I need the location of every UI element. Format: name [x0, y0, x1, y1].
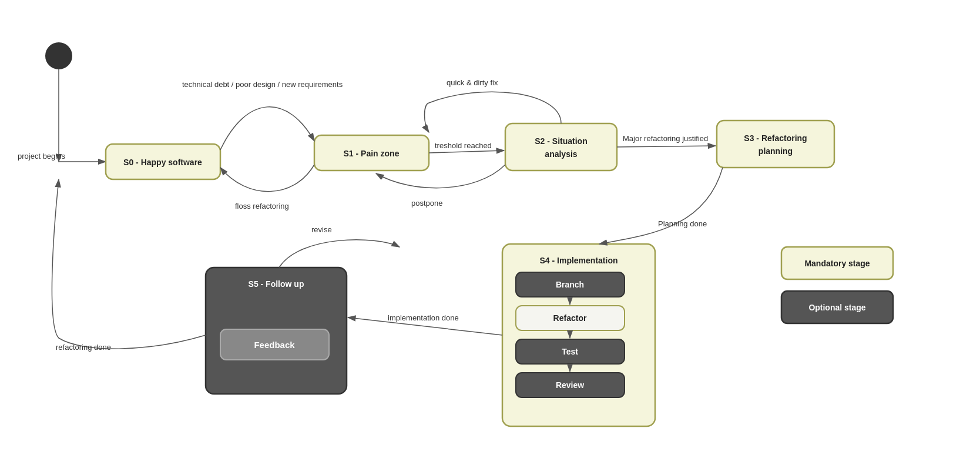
revise-label: revise	[311, 225, 332, 234]
s3-node-bg	[717, 121, 834, 168]
feedback-node-label: Feedback	[254, 340, 295, 350]
s3-to-s4-arrow	[599, 168, 723, 244]
revise-arrow	[279, 240, 400, 268]
legend-optional-label: Optional stage	[808, 303, 865, 312]
s2-to-s3-arrow	[617, 146, 716, 147]
legend-mandatory-label: Mandatory stage	[804, 259, 870, 268]
s4-node-bg	[502, 244, 655, 426]
s1-to-s2-arrow	[429, 151, 504, 153]
planning-done-label: Planning done	[658, 219, 707, 228]
impl-done-label: implementation done	[388, 313, 459, 322]
threshold-label: treshold reached	[435, 141, 492, 150]
s2-node-bg	[505, 123, 617, 171]
s4-node-label: S4 - Implementation	[539, 256, 617, 265]
tech-debt-label: technical debt / poor design / new requi…	[182, 80, 343, 89]
s2-node-label1: S2 - Situation	[535, 136, 587, 146]
quick-dirty-label: quick & dirty fix	[447, 78, 498, 87]
s3-node-label1: S3 - Refactoring	[744, 133, 807, 143]
s1-node-label: S1 - Pain zone	[344, 149, 400, 158]
refactoring-done-label: refactoring done	[56, 343, 111, 352]
floss-label: floss refactoring	[235, 202, 289, 210]
s1-to-s0-arrow	[220, 165, 314, 192]
s0-node-label: S0 - Happy software	[123, 158, 202, 167]
branch-node-label: Branch	[556, 280, 584, 289]
refactoring-done-arrow	[52, 179, 206, 349]
project-begins-label: project begins	[18, 152, 65, 161]
test-node-label: Test	[562, 347, 578, 356]
s2-node-label2: analysis	[545, 149, 577, 159]
s0-to-s1-arrow	[220, 107, 314, 150]
major-refactoring-label: Major refactoring justified	[623, 134, 708, 143]
review-node-label: Review	[556, 380, 584, 390]
refactor-node-label: Refactor	[553, 313, 587, 323]
start-circle	[46, 43, 72, 69]
diagram: project begins S0 - Happy software S1 - …	[0, 0, 980, 468]
postpone-label: postpone	[411, 199, 443, 208]
s3-node-label2: planning	[759, 146, 793, 156]
s5-node-label: S5 - Follow up	[249, 279, 304, 289]
